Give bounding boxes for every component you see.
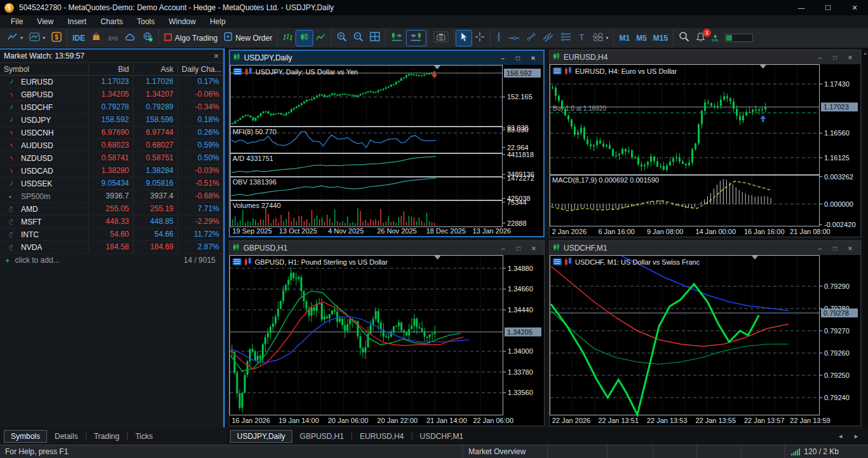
progress-box[interactable] xyxy=(722,31,756,46)
column-header-ask[interactable]: Ask xyxy=(133,65,178,74)
chart-window-titlebar[interactable]: USDJPY,Daily–□✕ xyxy=(230,51,543,65)
new-order-button[interactable]: +New Order xyxy=(220,31,275,46)
maximize-button[interactable]: □ xyxy=(511,245,526,252)
market-watch-row-usdchf[interactable]: ↗USDCHF0.792780.79289-0.34% xyxy=(0,101,223,114)
accounts-icon[interactable]: $ xyxy=(48,31,65,46)
zoom-in-icon[interactable] xyxy=(334,31,350,46)
market-watch-row-gbpusd[interactable]: ↘GBPUSD1.342051.34207-0.06% xyxy=(0,88,223,101)
notifications-icon[interactable]: 1 xyxy=(693,31,709,46)
search-icon[interactable] xyxy=(675,31,693,46)
tab-details[interactable]: Details xyxy=(48,431,85,442)
market-watch-row-eurusd[interactable]: ↗EURUSD1.170231.170260.17% xyxy=(0,76,223,88)
market-watch-row-nzdusd[interactable]: ↘NZDUSD0.587410.587510.50% xyxy=(0,152,223,165)
crosshair-icon[interactable] xyxy=(471,31,488,46)
market-watch-row-msft[interactable]: ◷MSFT448.33448.85-2.29% xyxy=(0,216,223,228)
signals-icon[interactable]: ((o)) xyxy=(104,31,122,46)
cursor-icon[interactable] xyxy=(456,31,471,46)
chevron-down-icon[interactable]: ▾ xyxy=(606,35,608,41)
maximize-button[interactable]: □ xyxy=(510,55,526,62)
timeframe-m5[interactable]: M5 xyxy=(633,31,650,46)
chart-scrollbar[interactable]: ▲ ▼ xyxy=(862,48,868,445)
close-icon[interactable]: ✕ xyxy=(214,52,219,60)
chart-window-titlebar[interactable]: GBPUSD,H1–□✕ xyxy=(229,241,544,255)
text-tool-icon[interactable]: T xyxy=(574,31,589,46)
ide-button[interactable]: IDE xyxy=(69,31,88,46)
menu-insert[interactable]: Insert xyxy=(60,15,93,28)
tab-symbols[interactable]: Symbols xyxy=(4,430,47,443)
market-watch-add-row[interactable]: + click to add... 14 / 9015 xyxy=(0,254,223,267)
horizontal-line-icon[interactable] xyxy=(505,31,523,46)
chart-tab-eurusd-h4[interactable]: EURUSD,H4 xyxy=(353,431,410,442)
market-watch-row-usdsek[interactable]: ↗USDSEK9.054349.05816-0.51% xyxy=(0,177,223,190)
market-watch-row-sp500m[interactable]: •SP500m3936.73937.4-0.68% xyxy=(0,190,223,203)
profiles-icon[interactable]: ▾ xyxy=(26,31,48,46)
menu-help[interactable]: Help xyxy=(203,15,233,28)
timeframe-m15[interactable]: M15 xyxy=(650,31,671,46)
trendline-icon[interactable] xyxy=(523,31,539,46)
tile-windows-icon[interactable] xyxy=(367,31,383,46)
market-watch-row-intc[interactable]: ◷INTC54.6054.6611.72% xyxy=(0,228,223,241)
column-header-bid[interactable]: Bid xyxy=(89,65,133,74)
maximize-button[interactable]: □ xyxy=(827,54,843,61)
zoom-out-icon[interactable] xyxy=(350,31,367,46)
screenshot-icon[interactable] xyxy=(430,31,452,46)
chart-shift-icon[interactable] xyxy=(407,31,426,46)
chart-window-eurusd[interactable]: EURUSD,H4–□✕Buy 1.0 at 1.169201.174301.1… xyxy=(549,50,861,237)
chart-window-usdchf[interactable]: USDCHF,M1–□✕0.792900.792800.792780.79270… xyxy=(549,240,861,426)
chevron-down-icon[interactable]: ▾ xyxy=(43,35,45,41)
chart-canvas-gbpusd[interactable]: 1.348801.346601.344401.342051.340001.337… xyxy=(229,255,544,426)
chart-window-titlebar[interactable]: USDCHF,M1–□✕ xyxy=(550,241,860,255)
minimize-button[interactable]: — xyxy=(788,0,815,15)
vertical-line-icon[interactable] xyxy=(492,31,505,46)
market-watch-row-usdcnh[interactable]: ↘USDCNH6.976906.977440.26% xyxy=(0,127,223,139)
menu-view[interactable]: View xyxy=(30,15,60,28)
chart-canvas-usdchf[interactable]: 0.792900.792800.792780.792700.792600.792… xyxy=(550,255,860,426)
minimize-button[interactable]: – xyxy=(812,245,827,252)
chart-tab-usdchf-m1[interactable]: USDCHF,M1 xyxy=(414,431,470,442)
market-watch-row-usdjpy[interactable]: ↗USDJPY158.592158.5960.18% xyxy=(0,114,223,127)
tabs-scroll-right-icon[interactable]: ► xyxy=(853,433,859,440)
menu-window[interactable]: Window xyxy=(162,15,203,28)
chart-tab-gbpusd-h1[interactable]: GBPUSD,H1 xyxy=(294,431,350,442)
minimize-button[interactable]: – xyxy=(812,54,827,61)
algo-trading-button[interactable]: Algo Trading xyxy=(161,31,220,46)
chart-type-icon[interactable]: ▾ xyxy=(4,31,26,46)
community-icon[interactable]: + xyxy=(140,31,156,46)
cloud-icon[interactable] xyxy=(122,31,140,46)
market-watch-row-nvda[interactable]: ◷NVDA184.58184.692.87% xyxy=(0,241,223,254)
close-button[interactable]: ✕ xyxy=(843,245,858,252)
close-button[interactable]: ✕ xyxy=(526,55,541,62)
maximize-button[interactable]: ☐ xyxy=(815,0,841,15)
fibonacci-icon[interactable] xyxy=(557,31,574,46)
chart-tab-usdjpy-daily[interactable]: USDJPY,Daily xyxy=(230,430,292,443)
chart-window-usdjpy[interactable]: USDJPY,Daily–□✕158.592152.165USDJPY, Dai… xyxy=(229,50,545,237)
chart-window-gbpusd[interactable]: GBPUSD,H1–□✕1.348801.346601.344401.34205… xyxy=(229,240,545,426)
menu-file[interactable]: File xyxy=(4,15,30,28)
candle-chart-icon[interactable] xyxy=(296,31,313,46)
timeframe-m1[interactable]: M1 xyxy=(616,31,633,46)
auto-scroll-icon[interactable] xyxy=(388,31,407,46)
close-button[interactable]: ✕ xyxy=(843,54,858,61)
scroll-up-icon[interactable]: ▲ xyxy=(863,51,867,55)
status-market-overview[interactable]: Market Overview xyxy=(463,445,547,458)
chart-canvas-eurusd[interactable]: Buy 1.0 at 1.169201.174301.170231.165601… xyxy=(550,64,860,237)
market-bag-icon[interactable] xyxy=(88,31,104,46)
chevron-down-icon[interactable]: ▾ xyxy=(20,35,23,41)
tabs-scroll-left-icon[interactable]: ◄ xyxy=(837,433,843,440)
chart-canvas-usdjpy[interactable]: 158.592152.165USDJPY, Daily: US Dollar v… xyxy=(230,65,543,236)
levels-icon[interactable]: ▲LVL xyxy=(709,31,722,46)
tab-trading[interactable]: Trading xyxy=(88,431,126,442)
market-watch-row-audusd[interactable]: ↘AUDUSD0.680230.680270.59% xyxy=(0,139,223,152)
tab-ticks[interactable]: Ticks xyxy=(129,431,159,442)
menu-tools[interactable]: Tools xyxy=(130,15,162,28)
maximize-button[interactable]: □ xyxy=(827,245,843,252)
menu-charts[interactable]: Charts xyxy=(93,15,130,28)
channel-icon[interactable] xyxy=(539,31,557,46)
bar-chart-icon[interactable] xyxy=(280,31,296,46)
shapes-icon[interactable]: ▾ xyxy=(589,31,611,46)
chart-window-titlebar[interactable]: EURUSD,H4–□✕ xyxy=(550,50,860,64)
market-watch-row-usdcad[interactable]: ↘USDCAD1.382801.38284-0.03% xyxy=(0,165,223,177)
close-button[interactable]: ✕ xyxy=(526,245,541,252)
minimize-button[interactable]: – xyxy=(495,55,510,62)
column-header-dailycha[interactable]: Daily Cha... xyxy=(178,65,223,74)
